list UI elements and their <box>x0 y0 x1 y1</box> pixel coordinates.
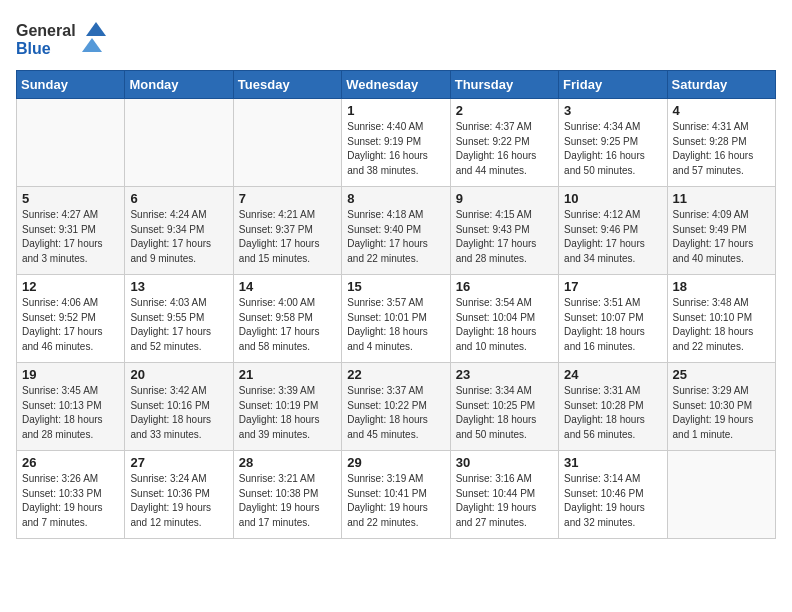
calendar-cell: 17Sunrise: 3:51 AM Sunset: 10:07 PM Dayl… <box>559 275 667 363</box>
day-number: 20 <box>130 367 227 382</box>
day-number: 10 <box>564 191 661 206</box>
calendar-cell: 29Sunrise: 3:19 AM Sunset: 10:41 PM Dayl… <box>342 451 450 539</box>
day-info: Sunrise: 4:00 AM Sunset: 9:58 PM Dayligh… <box>239 296 336 354</box>
day-info: Sunrise: 3:21 AM Sunset: 10:38 PM Daylig… <box>239 472 336 530</box>
logo-svg: General Blue <box>16 16 106 60</box>
day-info: Sunrise: 4:06 AM Sunset: 9:52 PM Dayligh… <box>22 296 119 354</box>
day-number: 17 <box>564 279 661 294</box>
calendar-cell <box>17 99 125 187</box>
day-info: Sunrise: 3:19 AM Sunset: 10:41 PM Daylig… <box>347 472 444 530</box>
calendar-cell: 24Sunrise: 3:31 AM Sunset: 10:28 PM Dayl… <box>559 363 667 451</box>
calendar-cell: 3Sunrise: 4:34 AM Sunset: 9:25 PM Daylig… <box>559 99 667 187</box>
calendar-cell: 10Sunrise: 4:12 AM Sunset: 9:46 PM Dayli… <box>559 187 667 275</box>
header-monday: Monday <box>125 71 233 99</box>
header-tuesday: Tuesday <box>233 71 341 99</box>
calendar-cell: 13Sunrise: 4:03 AM Sunset: 9:55 PM Dayli… <box>125 275 233 363</box>
day-number: 26 <box>22 455 119 470</box>
day-info: Sunrise: 3:26 AM Sunset: 10:33 PM Daylig… <box>22 472 119 530</box>
calendar-cell: 26Sunrise: 3:26 AM Sunset: 10:33 PM Dayl… <box>17 451 125 539</box>
calendar-cell <box>667 451 775 539</box>
day-number: 4 <box>673 103 770 118</box>
day-info: Sunrise: 4:37 AM Sunset: 9:22 PM Dayligh… <box>456 120 553 178</box>
day-number: 27 <box>130 455 227 470</box>
calendar-week-4: 19Sunrise: 3:45 AM Sunset: 10:13 PM Dayl… <box>17 363 776 451</box>
calendar-week-2: 5Sunrise: 4:27 AM Sunset: 9:31 PM Daylig… <box>17 187 776 275</box>
day-info: Sunrise: 4:34 AM Sunset: 9:25 PM Dayligh… <box>564 120 661 178</box>
day-number: 9 <box>456 191 553 206</box>
day-number: 24 <box>564 367 661 382</box>
day-info: Sunrise: 3:57 AM Sunset: 10:01 PM Daylig… <box>347 296 444 354</box>
calendar-cell: 14Sunrise: 4:00 AM Sunset: 9:58 PM Dayli… <box>233 275 341 363</box>
logo: General Blue <box>16 16 106 60</box>
header-sunday: Sunday <box>17 71 125 99</box>
calendar-cell: 8Sunrise: 4:18 AM Sunset: 9:40 PM Daylig… <box>342 187 450 275</box>
calendar-cell: 28Sunrise: 3:21 AM Sunset: 10:38 PM Dayl… <box>233 451 341 539</box>
svg-text:General: General <box>16 22 76 39</box>
day-number: 28 <box>239 455 336 470</box>
day-info: Sunrise: 4:24 AM Sunset: 9:34 PM Dayligh… <box>130 208 227 266</box>
day-number: 16 <box>456 279 553 294</box>
calendar-cell: 25Sunrise: 3:29 AM Sunset: 10:30 PM Dayl… <box>667 363 775 451</box>
calendar-cell: 9Sunrise: 4:15 AM Sunset: 9:43 PM Daylig… <box>450 187 558 275</box>
day-info: Sunrise: 3:51 AM Sunset: 10:07 PM Daylig… <box>564 296 661 354</box>
header-saturday: Saturday <box>667 71 775 99</box>
day-number: 30 <box>456 455 553 470</box>
day-info: Sunrise: 3:24 AM Sunset: 10:36 PM Daylig… <box>130 472 227 530</box>
svg-marker-2 <box>86 22 106 36</box>
calendar-cell: 15Sunrise: 3:57 AM Sunset: 10:01 PM Dayl… <box>342 275 450 363</box>
calendar-cell: 12Sunrise: 4:06 AM Sunset: 9:52 PM Dayli… <box>17 275 125 363</box>
calendar-cell: 18Sunrise: 3:48 AM Sunset: 10:10 PM Dayl… <box>667 275 775 363</box>
day-info: Sunrise: 4:18 AM Sunset: 9:40 PM Dayligh… <box>347 208 444 266</box>
day-info: Sunrise: 3:14 AM Sunset: 10:46 PM Daylig… <box>564 472 661 530</box>
header-friday: Friday <box>559 71 667 99</box>
day-info: Sunrise: 4:27 AM Sunset: 9:31 PM Dayligh… <box>22 208 119 266</box>
day-number: 6 <box>130 191 227 206</box>
day-number: 21 <box>239 367 336 382</box>
day-number: 8 <box>347 191 444 206</box>
day-number: 7 <box>239 191 336 206</box>
page-header: General Blue <box>16 16 776 60</box>
header-wednesday: Wednesday <box>342 71 450 99</box>
calendar-header-row: SundayMondayTuesdayWednesdayThursdayFrid… <box>17 71 776 99</box>
calendar-cell: 4Sunrise: 4:31 AM Sunset: 9:28 PM Daylig… <box>667 99 775 187</box>
calendar-cell <box>233 99 341 187</box>
day-info: Sunrise: 3:54 AM Sunset: 10:04 PM Daylig… <box>456 296 553 354</box>
calendar-cell: 6Sunrise: 4:24 AM Sunset: 9:34 PM Daylig… <box>125 187 233 275</box>
day-info: Sunrise: 4:03 AM Sunset: 9:55 PM Dayligh… <box>130 296 227 354</box>
calendar-cell: 21Sunrise: 3:39 AM Sunset: 10:19 PM Dayl… <box>233 363 341 451</box>
day-number: 19 <box>22 367 119 382</box>
day-number: 5 <box>22 191 119 206</box>
day-number: 13 <box>130 279 227 294</box>
day-info: Sunrise: 3:34 AM Sunset: 10:25 PM Daylig… <box>456 384 553 442</box>
day-info: Sunrise: 4:15 AM Sunset: 9:43 PM Dayligh… <box>456 208 553 266</box>
day-info: Sunrise: 4:12 AM Sunset: 9:46 PM Dayligh… <box>564 208 661 266</box>
day-number: 29 <box>347 455 444 470</box>
calendar-table: SundayMondayTuesdayWednesdayThursdayFrid… <box>16 70 776 539</box>
calendar-cell: 31Sunrise: 3:14 AM Sunset: 10:46 PM Dayl… <box>559 451 667 539</box>
day-number: 22 <box>347 367 444 382</box>
day-info: Sunrise: 4:40 AM Sunset: 9:19 PM Dayligh… <box>347 120 444 178</box>
day-number: 14 <box>239 279 336 294</box>
day-info: Sunrise: 4:21 AM Sunset: 9:37 PM Dayligh… <box>239 208 336 266</box>
day-number: 11 <box>673 191 770 206</box>
day-number: 25 <box>673 367 770 382</box>
calendar-week-1: 1Sunrise: 4:40 AM Sunset: 9:19 PM Daylig… <box>17 99 776 187</box>
day-info: Sunrise: 4:31 AM Sunset: 9:28 PM Dayligh… <box>673 120 770 178</box>
calendar-cell: 20Sunrise: 3:42 AM Sunset: 10:16 PM Dayl… <box>125 363 233 451</box>
calendar-cell: 23Sunrise: 3:34 AM Sunset: 10:25 PM Dayl… <box>450 363 558 451</box>
day-number: 2 <box>456 103 553 118</box>
calendar-cell: 27Sunrise: 3:24 AM Sunset: 10:36 PM Dayl… <box>125 451 233 539</box>
day-number: 3 <box>564 103 661 118</box>
day-info: Sunrise: 3:16 AM Sunset: 10:44 PM Daylig… <box>456 472 553 530</box>
day-info: Sunrise: 3:29 AM Sunset: 10:30 PM Daylig… <box>673 384 770 442</box>
calendar-cell: 7Sunrise: 4:21 AM Sunset: 9:37 PM Daylig… <box>233 187 341 275</box>
day-number: 31 <box>564 455 661 470</box>
day-number: 12 <box>22 279 119 294</box>
day-info: Sunrise: 3:31 AM Sunset: 10:28 PM Daylig… <box>564 384 661 442</box>
calendar-cell <box>125 99 233 187</box>
calendar-cell: 16Sunrise: 3:54 AM Sunset: 10:04 PM Dayl… <box>450 275 558 363</box>
calendar-cell: 2Sunrise: 4:37 AM Sunset: 9:22 PM Daylig… <box>450 99 558 187</box>
calendar-cell: 5Sunrise: 4:27 AM Sunset: 9:31 PM Daylig… <box>17 187 125 275</box>
svg-text:Blue: Blue <box>16 40 51 57</box>
day-info: Sunrise: 3:39 AM Sunset: 10:19 PM Daylig… <box>239 384 336 442</box>
